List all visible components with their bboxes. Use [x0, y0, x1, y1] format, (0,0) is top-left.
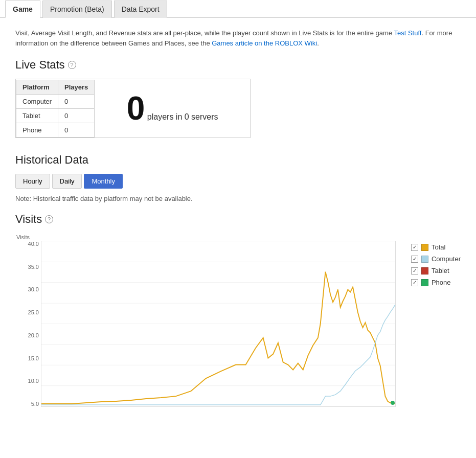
hourly-button[interactable]: Hourly — [15, 174, 50, 189]
live-stats-title: Live Stats ? — [15, 58, 461, 72]
chart-wrapper: Visits 40.035.030.025.020.015.010.05.0 — [15, 233, 401, 422]
big-stat-display: 0 players in 0 servers — [95, 79, 250, 138]
legend-label-phone: Phone — [432, 279, 451, 286]
table-row: Tablet0 — [16, 108, 95, 123]
info-banner: Visit, Average Visit Length, and Revenue… — [15, 28, 461, 48]
y-tick-label: 5.0 — [31, 401, 39, 407]
live-stats-help-icon[interactable]: ? — [68, 61, 76, 69]
chart-legend: ✓Total✓Computer✓Tablet✓Phone — [411, 233, 461, 286]
table-row: Phone0 — [16, 123, 95, 137]
historical-section: Historical Data Hourly Daily Monthly Not… — [15, 153, 461, 202]
y-tick-label: 35.0 — [28, 264, 39, 270]
info-text-3: . — [317, 39, 319, 47]
historical-note: Note: Historical traffic data by platfor… — [15, 195, 461, 202]
main-content: Visit, Average Visit Length, and Revenue… — [0, 18, 476, 432]
visits-help-icon[interactable]: ? — [45, 215, 53, 223]
live-stats-container: Platform Players Computer0Tablet0Phone0 … — [15, 79, 251, 138]
players-cell: 0 — [58, 123, 95, 137]
players-cell: 0 — [58, 94, 95, 108]
chart-container: Visits 40.035.030.025.020.015.010.05.0 — [15, 233, 461, 422]
legend-color-computer — [421, 256, 428, 263]
legend-label-total: Total — [432, 243, 445, 251]
daily-button[interactable]: Daily — [52, 174, 82, 189]
platform-col-header: Platform — [16, 80, 58, 94]
total-line — [41, 272, 395, 404]
platform-cell: Phone — [16, 123, 58, 137]
historical-title: Historical Data — [15, 153, 461, 167]
legend-label-tablet: Tablet — [432, 267, 449, 274]
legend-item: ✓Tablet — [411, 267, 461, 274]
y-tick-label: 25.0 — [28, 309, 39, 315]
y-tick-label: 20.0 — [28, 332, 39, 338]
info-text-1: Visit, Average Visit Length, and Revenue… — [15, 29, 394, 37]
y-axis-labels: 40.035.030.025.020.015.010.05.0 — [15, 233, 41, 407]
platform-cell: Computer — [16, 94, 58, 108]
y-tick-label: 30.0 — [28, 286, 39, 292]
table-row: Computer0 — [16, 94, 95, 108]
phone-dot — [391, 401, 395, 405]
tab-data-export[interactable]: Data Export — [114, 1, 167, 18]
y-tick-label: 10.0 — [28, 378, 39, 384]
computer-line — [41, 305, 395, 405]
legend-checkbox-total[interactable]: ✓ — [411, 244, 418, 251]
legend-item: ✓Total — [411, 243, 461, 251]
y-tick-label: 40.0 — [28, 241, 39, 247]
players-col-header: Players — [58, 80, 95, 94]
legend-color-tablet — [421, 267, 428, 274]
chart-area — [41, 241, 396, 407]
legend-checkbox-tablet[interactable]: ✓ — [411, 267, 418, 274]
legend-color-phone — [421, 279, 428, 286]
tab-game[interactable]: Game — [5, 1, 40, 18]
legend-label-computer: Computer — [432, 255, 461, 263]
test-stuff-link[interactable]: Test Stuff — [394, 29, 421, 37]
big-player-count: 0 — [127, 90, 145, 127]
platform-cell: Tablet — [16, 108, 58, 123]
legend-color-total — [421, 244, 428, 251]
visits-section: Visits ? Visits 40.035.030.025.020.015.0… — [15, 213, 461, 422]
legend-checkbox-phone[interactable]: ✓ — [411, 279, 418, 286]
players-cell: 0 — [58, 108, 95, 123]
visits-title: Visits ? — [15, 213, 461, 226]
legend-checkbox-computer[interactable]: ✓ — [411, 256, 418, 263]
big-stat-text: players in 0 servers — [147, 112, 218, 121]
legend-item: ✓Computer — [411, 255, 461, 263]
tabs-bar: Game Promotion (Beta) Data Export — [0, 0, 476, 18]
chart-svg — [41, 241, 395, 406]
wiki-link[interactable]: Games article on the ROBLOX Wiki — [212, 39, 317, 47]
legend-item: ✓Phone — [411, 279, 461, 286]
monthly-button[interactable]: Monthly — [84, 174, 123, 189]
tab-promotion[interactable]: Promotion (Beta) — [42, 1, 112, 18]
period-buttons: Hourly Daily Monthly — [15, 174, 461, 189]
y-tick-label: 15.0 — [28, 355, 39, 361]
platform-table: Platform Players Computer0Tablet0Phone0 — [16, 80, 95, 138]
